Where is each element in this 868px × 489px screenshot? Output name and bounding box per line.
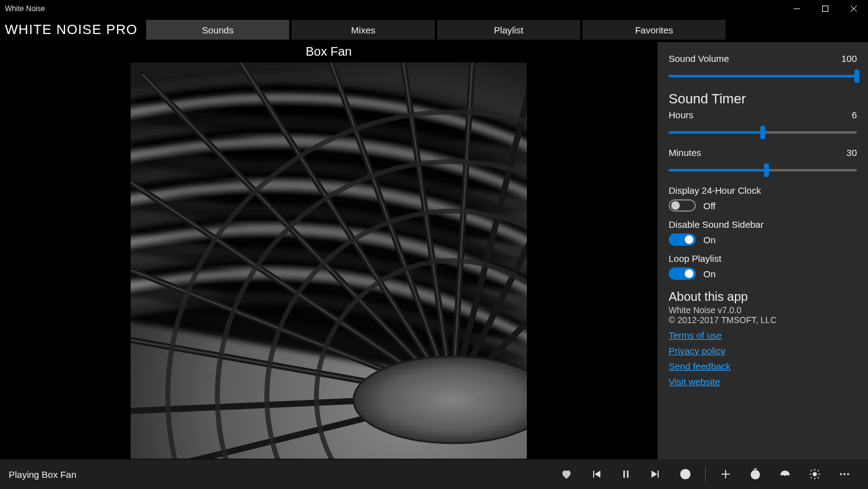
svg-point-45: [840, 473, 842, 475]
app-title: WHITE NOISE PRO: [0, 17, 146, 42]
slider-thumb[interactable]: [764, 163, 769, 177]
bottom-bar: Playing Box Fan: [0, 459, 868, 489]
tab-favorites[interactable]: Favorites: [583, 20, 726, 40]
timer-button[interactable]: [740, 459, 770, 489]
window-titlebar: White Noise: [0, 0, 868, 17]
svg-point-44: [814, 473, 817, 476]
tab-label: Sounds: [202, 25, 233, 35]
link-feedback[interactable]: Send feedback: [669, 361, 857, 371]
tab-label: Favorites: [635, 25, 674, 35]
svg-rect-33: [623, 470, 625, 478]
minutes-value: 30: [846, 147, 857, 158]
maximize-button[interactable]: [811, 0, 840, 17]
hours-value: 6: [852, 110, 857, 120]
svg-point-40: [751, 470, 759, 478]
previous-button[interactable]: [581, 459, 611, 489]
loop-toggle[interactable]: [669, 267, 696, 280]
volume-slider[interactable]: [669, 75, 857, 77]
close-button[interactable]: [840, 0, 868, 17]
tab-label: Playlist: [494, 25, 524, 35]
slider-fill: [669, 169, 766, 171]
clock24-state: Off: [703, 201, 716, 211]
slider-thumb[interactable]: [760, 126, 765, 139]
app-header: WHITE NOISE PRO Sounds Mixes Playlist Fa…: [0, 17, 868, 42]
disable-sidebar-toggle[interactable]: [669, 233, 696, 246]
now-playing-label: Playing Box Fan: [9, 469, 76, 480]
volume-value: 100: [841, 53, 857, 64]
tab-label: Mixes: [351, 25, 375, 35]
slider-fill: [669, 131, 763, 134]
about-copyright: © 2012-2017 TMSOFT, LLC: [669, 315, 857, 325]
svg-rect-34: [627, 470, 629, 478]
clock24-label: Display 24-Hour Clock: [669, 185, 857, 196]
tab-sounds[interactable]: Sounds: [146, 20, 289, 40]
disable-sidebar-label: Disable Sound Sidebar: [669, 219, 857, 230]
link-terms[interactable]: Terms of use: [669, 330, 857, 340]
hours-label: Hours: [669, 110, 693, 120]
svg-point-37: [685, 471, 686, 472]
volume-label: Sound Volume: [669, 53, 729, 64]
tab-playlist[interactable]: Playlist: [437, 20, 580, 40]
svg-point-43: [784, 474, 786, 476]
slider-thumb[interactable]: [854, 69, 859, 83]
link-website[interactable]: Visit website: [669, 376, 857, 387]
minimize-button[interactable]: [783, 0, 811, 17]
svg-point-46: [843, 473, 845, 475]
current-sound-title: Box Fan: [306, 42, 352, 63]
minutes-label: Minutes: [669, 147, 701, 158]
settings-button[interactable]: [800, 459, 830, 489]
svg-point-47: [847, 473, 849, 475]
add-button[interactable]: [711, 459, 740, 489]
loop-state: On: [703, 269, 716, 279]
svg-rect-32: [131, 63, 527, 459]
sleep-button[interactable]: [770, 459, 800, 489]
next-button[interactable]: [641, 459, 671, 489]
tab-mixes[interactable]: Mixes: [292, 20, 435, 40]
svg-rect-1: [823, 6, 828, 12]
minutes-slider[interactable]: [669, 169, 857, 171]
settings-sidebar: Sound Volume 100 Sound Timer Hours 6 Min…: [658, 42, 868, 459]
main-area: Box Fan: [0, 42, 868, 459]
tab-strip: Sounds Mixes Playlist Favorites: [146, 17, 868, 42]
info-button[interactable]: [671, 459, 700, 489]
clock24-toggle[interactable]: [669, 199, 696, 212]
about-version: White Noise v7.0.0: [669, 305, 857, 315]
disable-sidebar-state: On: [703, 235, 716, 245]
about-heading: About this app: [669, 290, 857, 304]
slider-fill: [669, 75, 857, 77]
hours-slider[interactable]: [669, 131, 857, 134]
separator: [705, 467, 706, 482]
more-button[interactable]: [830, 459, 859, 489]
loop-label: Loop Playlist: [669, 253, 857, 264]
favorite-button[interactable]: [552, 459, 581, 489]
album-art: [131, 63, 527, 459]
window-title: White Noise: [5, 4, 45, 13]
link-privacy[interactable]: Privacy policy: [669, 345, 857, 356]
pause-button[interactable]: [611, 459, 641, 489]
content-pane: Box Fan: [0, 42, 658, 459]
timer-heading: Sound Timer: [669, 91, 857, 107]
